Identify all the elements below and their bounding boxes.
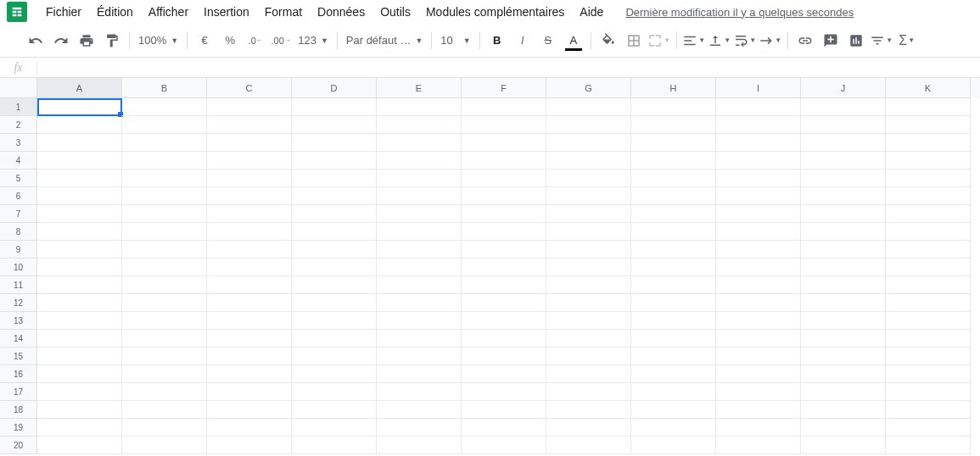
cell[interactable] — [207, 98, 292, 116]
cell[interactable] — [546, 401, 631, 419]
cell[interactable] — [122, 259, 207, 276]
cell[interactable] — [631, 223, 716, 241]
cell[interactable] — [37, 419, 122, 437]
cell[interactable] — [37, 294, 122, 312]
cell[interactable] — [801, 223, 886, 241]
row-header[interactable]: 2 — [0, 116, 37, 134]
row-header[interactable]: 12 — [0, 294, 37, 312]
cell[interactable] — [37, 187, 122, 205]
cell[interactable] — [546, 98, 631, 116]
cell[interactable] — [631, 383, 716, 401]
cell[interactable] — [631, 419, 716, 437]
cell[interactable] — [122, 205, 207, 223]
row-header[interactable]: 3 — [0, 134, 37, 152]
cell[interactable] — [886, 187, 971, 205]
cell[interactable] — [462, 437, 546, 454]
column-header[interactable]: D — [292, 78, 377, 98]
cell[interactable] — [292, 170, 377, 187]
menu-afficher[interactable]: Afficher — [142, 2, 195, 22]
cell[interactable] — [37, 312, 122, 330]
cell[interactable] — [292, 276, 377, 294]
cell[interactable] — [122, 170, 207, 187]
column-header[interactable]: H — [631, 78, 716, 98]
cell[interactable] — [631, 348, 716, 365]
cell[interactable] — [377, 419, 462, 437]
cell[interactable] — [377, 187, 462, 205]
cell[interactable] — [207, 134, 292, 152]
cell[interactable] — [292, 437, 377, 454]
cell[interactable] — [377, 365, 462, 383]
cell[interactable] — [546, 134, 631, 152]
cell[interactable] — [886, 170, 971, 187]
formula-input[interactable] — [37, 58, 980, 77]
cell[interactable] — [292, 241, 377, 259]
cell[interactable] — [292, 348, 377, 365]
cell[interactable] — [37, 223, 122, 241]
cell[interactable] — [801, 312, 886, 330]
cell[interactable] — [37, 365, 122, 383]
cell[interactable] — [631, 437, 716, 454]
percent-button[interactable]: % — [218, 29, 242, 53]
column-header[interactable]: F — [462, 78, 546, 98]
cell[interactable] — [122, 152, 207, 170]
decrease-decimal-button[interactable]: .0← — [244, 29, 267, 53]
cell[interactable] — [377, 205, 462, 223]
cell[interactable] — [716, 365, 801, 383]
cell[interactable] — [37, 134, 122, 152]
cell[interactable] — [801, 365, 886, 383]
cell[interactable] — [631, 294, 716, 312]
select-all-corner[interactable] — [0, 78, 37, 98]
menu-edition[interactable]: Édition — [90, 2, 140, 22]
sheets-logo-icon[interactable] — [7, 2, 27, 22]
fill-color-button[interactable] — [596, 29, 620, 53]
row-header[interactable]: 4 — [0, 152, 37, 170]
menu-fichier[interactable]: Fichier — [39, 2, 88, 22]
cell[interactable] — [122, 437, 207, 454]
cell[interactable] — [207, 223, 292, 241]
cell[interactable] — [377, 116, 462, 134]
column-header[interactable]: C — [207, 78, 292, 98]
cell[interactable] — [886, 259, 971, 276]
cell[interactable] — [462, 365, 546, 383]
cell[interactable] — [122, 241, 207, 259]
print-button[interactable] — [75, 29, 98, 53]
cell[interactable] — [377, 259, 462, 276]
cell[interactable] — [292, 312, 377, 330]
cell[interactable] — [716, 205, 801, 223]
cell[interactable] — [292, 365, 377, 383]
cell[interactable] — [122, 98, 207, 116]
cell[interactable] — [716, 419, 801, 437]
number-format-select[interactable]: 123▼ — [294, 29, 332, 53]
cell[interactable] — [462, 152, 546, 170]
cell[interactable] — [886, 98, 971, 116]
cell[interactable] — [122, 348, 207, 365]
cell[interactable] — [462, 134, 546, 152]
row-header[interactable]: 14 — [0, 330, 37, 348]
row-header[interactable]: 20 — [0, 437, 37, 454]
cell[interactable] — [886, 116, 971, 134]
column-header[interactable]: G — [546, 78, 631, 98]
row-header[interactable]: 1 — [0, 98, 37, 116]
cell[interactable] — [292, 205, 377, 223]
cell[interactable] — [801, 437, 886, 454]
cell[interactable] — [37, 152, 122, 170]
column-header[interactable]: J — [801, 78, 886, 98]
cell[interactable] — [716, 259, 801, 276]
cell[interactable] — [37, 170, 122, 187]
cell[interactable] — [716, 152, 801, 170]
cell[interactable] — [37, 98, 122, 116]
merge-cells-button[interactable]: ▼ — [647, 29, 671, 53]
cell[interactable] — [462, 241, 546, 259]
cell[interactable] — [801, 134, 886, 152]
cell[interactable] — [292, 294, 377, 312]
cell[interactable] — [462, 187, 546, 205]
cell[interactable] — [546, 276, 631, 294]
cell[interactable] — [462, 401, 546, 419]
cell[interactable] — [207, 365, 292, 383]
zoom-select[interactable]: 100%▼ — [135, 29, 182, 53]
row-header[interactable]: 19 — [0, 419, 37, 437]
cell[interactable] — [207, 241, 292, 259]
cell[interactable] — [462, 383, 546, 401]
cell[interactable] — [801, 98, 886, 116]
cell[interactable] — [716, 401, 801, 419]
